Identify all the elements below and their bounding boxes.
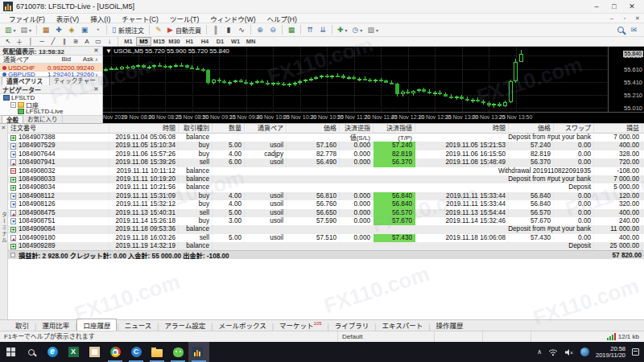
templates-button[interactable]: ▨▾ <box>365 24 381 36</box>
navigator-button[interactable]: ◈ <box>65 24 78 36</box>
terminal-tab-1[interactable]: 運用比率 <box>36 319 75 331</box>
menu-item[interactable]: チャート(C) <box>116 14 164 23</box>
tree-item-lfsltd[interactable]: LFSLTD <box>0 94 102 101</box>
strategy-tester-button[interactable]: ◔ <box>91 24 104 36</box>
indicators-button[interactable]: ✚▾ <box>335 24 350 36</box>
maximize-button[interactable]: □ <box>605 0 623 14</box>
new-chart-button[interactable]: ▥▾ <box>2 24 19 36</box>
taskbar-start-button[interactable] <box>0 342 21 362</box>
terminal-close-icon[interactable]: ✕ <box>2 124 6 131</box>
taskbar-mt4-button[interactable] <box>188 342 209 362</box>
navigator-close-icon[interactable]: ✕ <box>93 86 100 93</box>
status-profile[interactable]: Default <box>338 331 435 343</box>
table-row[interactable]: +10849080332019.11.11 10:19:20balanceDep… <box>8 175 644 183</box>
menu-item[interactable]: 挿入(I) <box>85 14 116 23</box>
horizontal-line-tool-icon[interactable]: ─ <box>36 37 47 46</box>
table-row[interactable]: 10849081262019.11.11 15:32:12buy4.00usoi… <box>8 200 644 208</box>
taskbar-edge-button[interactable]: e <box>42 342 63 362</box>
table-row[interactable]: 10849079412019.11.08 15:39:26sell6.00uso… <box>8 158 644 167</box>
zoom-in-button[interactable]: ⊕ <box>254 24 266 36</box>
table-row[interactable]: 10849091802019.11.18 16:03:26sell5.00uso… <box>8 234 644 242</box>
timeframe-mn[interactable]: MN <box>243 37 258 46</box>
menu-item[interactable]: ツール(T) <box>164 14 204 23</box>
menu-item[interactable]: ウィンドウ(W) <box>204 14 261 23</box>
volume-muted-icon[interactable]: × <box>564 345 574 360</box>
terminal-tab-6[interactable]: マーケット105 <box>274 319 328 331</box>
equidistant-channel-tool-icon[interactable]: ∥ <box>59 37 70 46</box>
zoom-out-button[interactable]: ⊖ <box>266 24 279 36</box>
column-header[interactable]: 価格 <box>287 124 340 134</box>
timeframe-h4[interactable]: H4 <box>197 37 213 46</box>
metaeditor-button[interactable]: ✎ <box>152 24 165 36</box>
taskbar-file-explorer-button[interactable] <box>147 342 167 362</box>
terminal-tab-7[interactable]: ライブラリ <box>329 319 375 331</box>
new-order-button[interactable]: ▯新規注文 <box>109 24 147 36</box>
chart-window[interactable]: ▼ USOiL,M5 55.720 55.900 55.720 55.840 5… <box>103 47 644 123</box>
column-header[interactable]: 注文番号 <box>8 124 109 134</box>
column-header[interactable]: 決済逆指値(S/L) <box>340 124 374 134</box>
minimize-button[interactable]: – <box>588 0 605 14</box>
price-axis[interactable]: 55.81055.61055.41055.21055.01055.840 <box>608 47 644 112</box>
timeframe-h1[interactable]: H1 <box>182 37 197 46</box>
time-axis[interactable]: 20 Nov 201920 Nov 08:0020 Nov 08:2520 No… <box>103 112 644 123</box>
column-header[interactable]: 時間 <box>415 124 509 134</box>
notification-center-icon[interactable] <box>632 348 639 356</box>
taskbar-browser-c-button[interactable]: C <box>126 342 147 362</box>
terminal-tab-0[interactable]: 取引 <box>10 319 35 331</box>
trendline-tool-icon[interactable]: ╱ <box>47 37 59 46</box>
line-chart-button[interactable]: ∿ <box>235 24 248 36</box>
terminal-tab-9[interactable]: 操作履歴 <box>430 319 469 331</box>
column-header[interactable]: 通貨ペア <box>245 124 287 134</box>
column-header[interactable]: 価格 <box>509 124 554 134</box>
taskbar-search-button[interactable] <box>21 342 42 362</box>
table-row[interactable]: 10849076442019.11.06 15:57:26buy4.00cadj… <box>8 150 644 158</box>
crosshair-tool-icon[interactable]: ＋ <box>14 37 25 46</box>
terminal-tab-8[interactable]: エキスパート <box>376 319 428 331</box>
chart-plot-area[interactable] <box>103 47 607 112</box>
terminal-tab-5[interactable]: メールボックス <box>213 319 271 331</box>
timeframe-m1[interactable]: M1 <box>121 37 136 46</box>
candlestick-chart-button[interactable]: ▮ <box>222 24 235 36</box>
table-row[interactable]: −10849080322019.11.11 10:11:12balanceWit… <box>8 167 644 175</box>
tab-tick-chart[interactable]: ティックチャート <box>50 76 102 85</box>
table-row[interactable]: 10849087512019.11.14 15:26:18buy3.00usoi… <box>8 217 644 225</box>
taskbar-clock[interactable]: 20:58 2019/11/20 <box>596 346 625 359</box>
cursor-tool-icon[interactable]: ↖ <box>2 37 14 46</box>
terminal-tab-3[interactable]: ニュース <box>119 319 158 331</box>
symbol-row[interactable]: USDCHF0.992200.99240 <box>0 64 102 72</box>
table-row[interactable]: +10849073882019.11.04 05:06:08balanceDep… <box>8 134 644 142</box>
table-row[interactable]: 10849075292019.11.05 15:10:34buy5.00usoi… <box>8 142 644 150</box>
child-close-button[interactable]: ✕ <box>631 15 644 22</box>
profiles-button[interactable]: ▤▾ <box>19 24 35 36</box>
tree-collapse-icon[interactable]: − <box>10 102 16 108</box>
child-minimize-button[interactable]: – <box>605 15 618 22</box>
market-watch-close-icon[interactable]: ✕ <box>93 47 100 54</box>
arrange-down-button[interactable]: ⇊ <box>316 24 329 36</box>
table-row[interactable]: +10849090842019.11.18 09:53:36balanceDep… <box>8 225 644 233</box>
column-header[interactable]: 取引種別 <box>179 124 213 134</box>
autotrading-button[interactable]: ▶自動売買 <box>165 24 204 36</box>
table-row[interactable]: 10849084752019.11.13 15:40:31sell5.00uso… <box>8 209 644 217</box>
tab-symbols[interactable]: 通貨ペアリスト <box>2 76 50 85</box>
timeframe-m30[interactable]: M30 <box>167 37 182 46</box>
tree-item-lfsltd-live[interactable]: LFSLTD-Live <box>0 108 102 115</box>
text-label-tool-icon[interactable]: ▭ <box>93 37 104 46</box>
timeframe-m15[interactable]: M15 <box>151 37 167 46</box>
child-restore-button[interactable]: ▫ <box>618 15 631 22</box>
terminal-button[interactable]: ▣ <box>78 24 91 36</box>
column-header[interactable]: スワップ <box>554 124 594 134</box>
column-header[interactable]: 決済指値(T/P) <box>374 124 415 134</box>
tray-app-icon[interactable] <box>580 348 589 356</box>
scroll-up-icon[interactable]: ∧ <box>93 56 100 62</box>
bar-chart-button[interactable]: ║ <box>209 24 222 36</box>
arrange-up-button[interactable]: ⇈ <box>303 24 316 36</box>
fibonacci-tool-icon[interactable]: ≋ <box>70 37 81 46</box>
column-header[interactable]: 時間 <box>109 124 179 134</box>
timeframe-m5[interactable]: M5 <box>136 37 151 46</box>
taskbar-photos-button[interactable] <box>84 342 105 362</box>
market-watch-button[interactable]: ▦ <box>39 24 52 36</box>
table-row[interactable]: 10849081122019.11.11 15:31:09buy4.00usoi… <box>8 192 644 200</box>
menu-item[interactable]: ファイル(F) <box>3 14 51 23</box>
wifi-icon[interactable] <box>548 345 558 360</box>
data-window-button[interactable]: ✚ <box>52 24 65 36</box>
